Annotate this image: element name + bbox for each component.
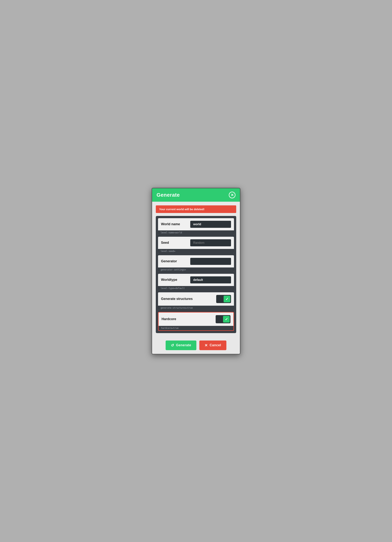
worldtype-meta: level-type=default xyxy=(158,286,234,290)
generate-structures-toggle[interactable]: ✓ xyxy=(216,295,231,303)
settings-panel: World name level-name=world Seed level-s… xyxy=(156,216,236,333)
world-name-label: World name xyxy=(161,222,180,226)
modal-body: Your current world will be deleted! Worl… xyxy=(152,202,240,337)
seed-input[interactable] xyxy=(190,239,231,246)
world-name-input[interactable] xyxy=(190,221,231,228)
modal-title: Generate xyxy=(156,192,180,198)
hardcore-meta: hardcore=true xyxy=(159,326,233,330)
modal-header: Generate ✕ xyxy=(152,188,240,202)
generate-button[interactable]: ↺ Generate xyxy=(166,341,196,350)
generator-meta: generator-settings= xyxy=(158,267,234,272)
worldtype-label: Worldtype xyxy=(161,278,177,282)
hardcore-toggle[interactable]: ✓ xyxy=(216,315,231,323)
setting-main-hardcore: Hardcore ✓ xyxy=(159,313,233,326)
worldtype-input[interactable] xyxy=(190,276,231,283)
setting-row-seed: Seed level-seed= xyxy=(158,237,234,253)
modal-container: Generate ✕ Your current world will be de… xyxy=(151,188,241,354)
setting-row-world-name: World name level-name=world xyxy=(158,218,234,235)
generate-structures-toggle-thumb: ✓ xyxy=(224,296,230,302)
setting-row-worldtype: Worldtype level-type=default xyxy=(158,274,234,290)
setting-row-generate-structures: Generate structures ✓ generate-structure… xyxy=(158,292,234,310)
modal-footer: ↺ Generate ✕ Cancel xyxy=(152,337,240,354)
generate-label: Generate xyxy=(176,343,191,347)
close-button[interactable]: ✕ xyxy=(229,192,236,198)
cancel-label: Cancel xyxy=(210,343,221,347)
seed-meta: level-seed= xyxy=(158,249,234,253)
setting-main-generate-structures: Generate structures ✓ xyxy=(158,292,234,306)
setting-row-hardcore: Hardcore ✓ hardcore=true xyxy=(158,312,234,331)
hardcore-label: Hardcore xyxy=(161,317,176,321)
generator-label: Generator xyxy=(161,259,177,263)
setting-main-world-name: World name xyxy=(158,218,234,230)
setting-row-generator: Generator generator-settings= xyxy=(158,255,234,272)
generate-icon: ↺ xyxy=(171,343,174,347)
setting-main-generator: Generator xyxy=(158,255,234,267)
setting-main-worldtype: Worldtype xyxy=(158,274,234,286)
generate-structures-meta: generate-structures=true xyxy=(158,306,234,310)
generate-structures-label: Generate structures xyxy=(161,297,193,301)
close-icon: ✕ xyxy=(231,193,234,197)
warning-banner: Your current world will be deleted! xyxy=(156,205,236,213)
setting-main-seed: Seed xyxy=(158,237,234,249)
hardcore-toggle-thumb: ✓ xyxy=(223,316,230,323)
generator-input[interactable] xyxy=(190,258,231,265)
seed-label: Seed xyxy=(161,241,169,245)
world-name-meta: level-name=world xyxy=(158,230,234,235)
cancel-button[interactable]: ✕ Cancel xyxy=(199,341,226,350)
cancel-icon: ✕ xyxy=(204,343,208,347)
